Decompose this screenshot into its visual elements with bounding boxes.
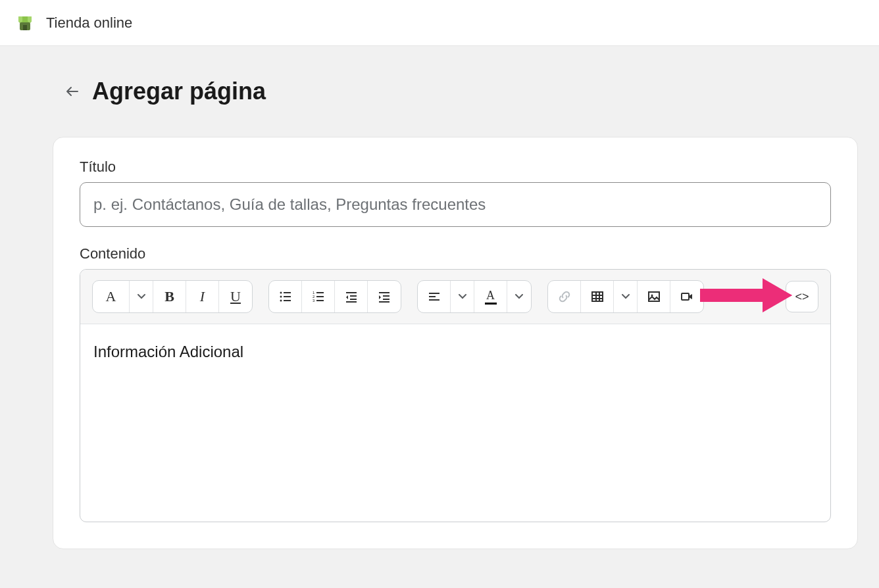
text-color-icon: A	[485, 289, 497, 305]
indent-button[interactable]	[368, 281, 401, 312]
toolbar-group-text: A B I U	[92, 280, 253, 313]
svg-rect-17	[346, 301, 357, 303]
content-label: Contenido	[80, 245, 145, 262]
annotation-arrow-icon	[700, 276, 792, 318]
italic-button[interactable]: I	[186, 281, 219, 312]
svg-rect-16	[350, 299, 357, 300]
svg-rect-5	[284, 296, 291, 297]
video-icon	[680, 290, 693, 303]
svg-rect-24	[429, 299, 440, 301]
svg-rect-9	[316, 292, 324, 293]
chevron-down-icon	[515, 294, 523, 299]
topbar: Tienda online	[0, 0, 879, 46]
table-button[interactable]	[581, 281, 614, 312]
numbered-list-icon: 1 2 3	[312, 290, 325, 303]
svg-rect-3	[284, 292, 291, 293]
table-icon	[591, 290, 604, 303]
arrow-left-icon	[64, 84, 80, 99]
video-button[interactable]	[670, 281, 703, 312]
store-logo-icon	[16, 14, 34, 32]
code-icon: <>	[795, 290, 809, 304]
svg-rect-22	[429, 293, 440, 294]
topbar-title: Tienda online	[46, 14, 132, 32]
bullet-list-button[interactable]	[269, 281, 302, 312]
content-editor[interactable]: Información Adicional	[80, 324, 830, 522]
bold-button[interactable]: B	[153, 281, 186, 312]
svg-rect-19	[383, 295, 389, 297]
link-button[interactable]	[548, 281, 581, 312]
toolbar-group-insert	[547, 280, 704, 313]
svg-point-6	[280, 300, 282, 302]
svg-rect-20	[383, 299, 389, 300]
text-color-button[interactable]: A	[474, 281, 507, 312]
align-dropdown-caret[interactable]	[451, 281, 474, 312]
text-color-dropdown-caret[interactable]	[507, 281, 531, 312]
outdent-button[interactable]	[335, 281, 368, 312]
form-card: Título Contenido A B I U	[53, 137, 858, 549]
svg-rect-32	[682, 293, 689, 300]
indent-icon	[378, 290, 391, 303]
format-dropdown-caret[interactable]	[130, 281, 153, 312]
svg-point-2	[280, 292, 282, 294]
format-dropdown[interactable]: A	[93, 281, 130, 312]
editor-toolbar: A B I U	[80, 270, 830, 324]
image-button[interactable]	[638, 281, 670, 312]
outdent-icon	[345, 290, 358, 303]
numbered-list-button[interactable]: 1 2 3	[302, 281, 335, 312]
title-input[interactable]	[80, 182, 831, 227]
svg-rect-1	[23, 25, 27, 30]
svg-rect-21	[379, 301, 389, 303]
svg-rect-33	[700, 289, 766, 302]
svg-text:3: 3	[313, 299, 315, 303]
svg-point-4	[280, 296, 282, 298]
svg-rect-7	[284, 300, 291, 301]
page-title: Agregar página	[92, 78, 266, 105]
chevron-down-icon	[459, 294, 466, 299]
svg-rect-11	[316, 296, 324, 297]
align-button[interactable]	[418, 281, 451, 312]
svg-rect-15	[350, 295, 357, 297]
underline-button[interactable]: U	[219, 281, 252, 312]
svg-rect-14	[346, 292, 357, 293]
back-button[interactable]	[61, 80, 84, 103]
table-dropdown-caret[interactable]	[614, 281, 638, 312]
svg-rect-30	[649, 292, 659, 301]
svg-rect-23	[429, 296, 436, 297]
svg-rect-13	[316, 300, 324, 301]
rich-text-editor: A B I U	[80, 269, 831, 522]
align-left-icon	[428, 290, 441, 303]
bullet-list-icon	[279, 290, 292, 303]
toolbar-group-align: A	[417, 280, 532, 313]
toolbar-group-lists: 1 2 3	[268, 280, 401, 313]
chevron-down-icon	[622, 294, 630, 299]
page-header: Agregar página	[0, 46, 879, 105]
show-html-button[interactable]: <>	[786, 281, 818, 312]
svg-rect-25	[592, 292, 603, 301]
format-letter: A	[106, 288, 116, 305]
image-icon	[647, 290, 661, 303]
link-icon	[558, 290, 571, 303]
title-label: Título	[80, 159, 831, 176]
chevron-down-icon	[138, 294, 145, 299]
svg-rect-18	[379, 292, 389, 293]
